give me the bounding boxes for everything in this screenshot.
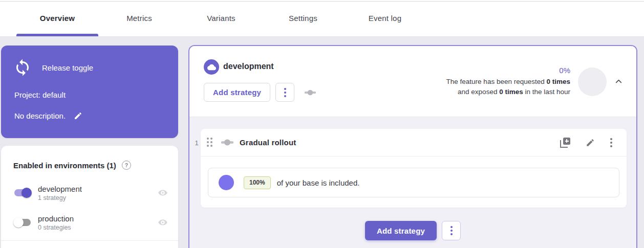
kebab-icon — [610, 142, 612, 144]
panel-divider — [1, 240, 178, 241]
feature-toggle-page: Overview Metrics Variants Settings Event… — [0, 0, 644, 248]
environment-name: development — [38, 185, 82, 193]
question-icon[interactable] — [122, 161, 131, 170]
copy-strategy-button[interactable] — [560, 138, 570, 148]
rollout-icon — [305, 89, 316, 96]
strategy-name: Gradual rollout — [240, 138, 296, 147]
metrics-requested-count: 0 times — [546, 78, 570, 85]
rollout-summary-box: 100% of your base is included. — [208, 168, 619, 197]
tab-bar: Overview Metrics Variants Settings Event… — [0, 0, 644, 37]
metrics-exposed-suffix: in the last hour — [523, 88, 570, 96]
project-label: Project: default — [14, 91, 66, 99]
metrics-line-exposed: and exposed 0 times in the last hour — [446, 87, 570, 97]
metrics-percentage: 0% — [446, 66, 570, 75]
environment-row-development: development 1 strategy — [13, 183, 168, 203]
strategy-index: 1 — [192, 139, 201, 147]
copy-add-icon — [560, 138, 570, 148]
environment-detail-card: development Add strategy 0% The feature … — [188, 45, 637, 248]
environment-name: production — [38, 214, 74, 223]
strategy-card-body: 100% of your base is included. — [201, 156, 627, 197]
tab-overview[interactable]: Overview — [16, 0, 98, 36]
pencil-icon — [586, 138, 595, 147]
metrics-requested-prefix: The feature has been requested — [446, 78, 547, 85]
environment-labels: development 1 strategy — [38, 185, 82, 201]
rollout-description: of your base is included. — [277, 178, 360, 187]
environment-strategy-count: 1 strategy — [38, 194, 82, 201]
chevron-up-icon[interactable] — [614, 77, 623, 86]
metrics-line-requested: The feature has been requested 0 times — [446, 77, 570, 87]
tab-variants[interactable]: Variants — [180, 0, 262, 36]
kebab-icon — [450, 230, 453, 232]
description-text: No description. — [14, 111, 66, 120]
tab-metrics[interactable]: Metrics — [98, 0, 180, 36]
rollout-pie-icon — [219, 175, 234, 190]
edit-description-icon[interactable] — [74, 111, 82, 120]
environment-detail-name: development — [223, 62, 274, 71]
description-row: No description. — [14, 111, 82, 120]
environment-badge — [204, 59, 219, 75]
environment-row-production: production 0 strategies — [13, 212, 168, 233]
environment-menu-button[interactable] — [275, 83, 294, 102]
add-strategy-button-footer[interactable]: Add strategy — [365, 221, 437, 240]
sync-icon — [13, 58, 32, 77]
development-toggle[interactable] — [13, 188, 32, 198]
add-strategy-button[interactable]: Add strategy — [204, 83, 270, 102]
metrics-exposed-count: 0 times — [499, 88, 523, 96]
environments-panel: Enabled in environments (1) development … — [1, 146, 178, 248]
environment-strategy-count: 0 strategies — [38, 224, 74, 231]
toggle-knob — [13, 217, 24, 228]
donut-placeholder — [578, 67, 607, 96]
header-actions: Add strategy — [204, 83, 316, 102]
environments-title-row: Enabled in environments (1) — [13, 161, 131, 170]
environments-title: Enabled in environments (1) — [13, 161, 116, 170]
environment-detail-header: development Add strategy 0% The feature … — [189, 46, 636, 117]
tab-event-log[interactable]: Event log — [344, 0, 426, 36]
metrics-summary: 0% The feature has been requested 0 time… — [446, 46, 623, 117]
strategy-footer: Add strategy — [189, 221, 636, 240]
rollout-percent-badge: 100% — [244, 176, 271, 189]
production-toggle[interactable] — [13, 217, 32, 228]
tab-settings[interactable]: Settings — [262, 0, 344, 36]
footer-menu-button[interactable] — [442, 221, 461, 240]
feature-type-label: Release toggle — [42, 63, 93, 72]
metrics-exposed-prefix: and exposed — [458, 88, 499, 96]
eye-icon[interactable] — [158, 188, 168, 198]
strategy-card: Gradual rollout 100% of — [201, 129, 627, 208]
tab-list: Overview Metrics Variants Settings Event… — [0, 0, 644, 36]
eye-icon[interactable] — [158, 217, 168, 228]
strategy-actions — [560, 138, 612, 148]
edit-strategy-button[interactable] — [586, 138, 595, 147]
environment-labels: production 0 strategies — [38, 214, 74, 231]
strategy-menu-button[interactable] — [610, 142, 612, 144]
toggle-knob — [22, 188, 32, 198]
strategy-card-header: Gradual rollout — [201, 129, 627, 156]
drag-handle-icon[interactable] — [207, 138, 213, 147]
kebab-icon — [284, 92, 286, 94]
rollout-icon — [221, 139, 233, 146]
metrics-text: 0% The feature has been requested 0 time… — [446, 66, 570, 97]
cloud-icon — [207, 63, 216, 72]
feature-type-card: Release toggle Project: default No descr… — [1, 46, 178, 138]
